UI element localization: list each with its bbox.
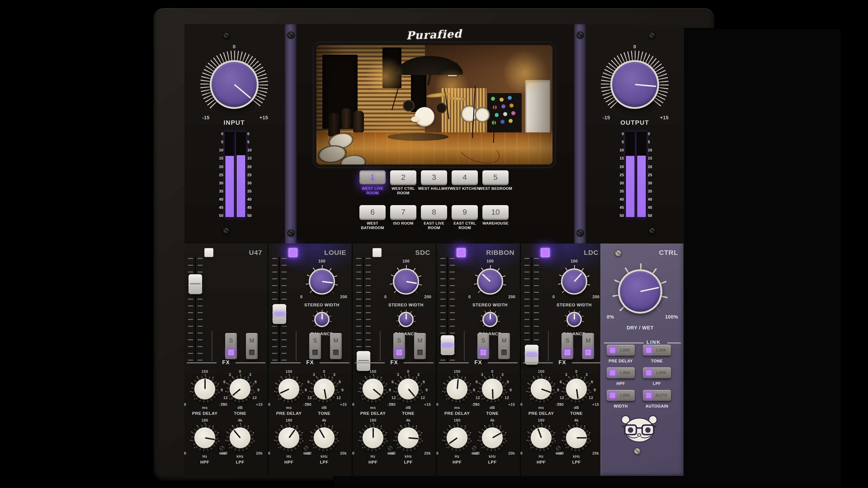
klab: 100 xyxy=(306,259,338,263)
klab: 4k xyxy=(477,418,507,422)
solo-button[interactable]: S xyxy=(309,333,321,359)
mute-button[interactable]: M xyxy=(330,333,342,359)
klab: 9 xyxy=(473,388,475,392)
screw-icon xyxy=(303,445,310,452)
tone-knob[interactable]: 0-15dB+15 33 66 99 1212 TONE xyxy=(225,374,255,404)
solo-button[interactable]: S xyxy=(561,333,573,359)
meter-scale-tick: 25 xyxy=(616,173,624,177)
channel-fader[interactable] xyxy=(440,257,456,364)
channel-enable-led-button[interactable] xyxy=(204,248,213,257)
hpf-knob[interactable]: 1800Hz450 HPF xyxy=(358,423,388,453)
lpf-knob[interactable]: 4k600kHz20k LPF xyxy=(225,423,255,453)
mute-button[interactable]: M xyxy=(414,333,426,359)
room-select-button[interactable]: 9 xyxy=(452,205,478,219)
link-button[interactable]: AUTO xyxy=(643,390,671,401)
pre-delay-knob[interactable]: 1500ms700 PRE DELAY xyxy=(190,374,220,404)
fader-handle[interactable] xyxy=(441,335,454,355)
room-select-button[interactable]: 6 xyxy=(360,205,385,219)
link-text: LINK xyxy=(618,345,633,356)
stereo-width-knob[interactable]: 1000200 xyxy=(558,265,590,298)
pre-delay-knob[interactable]: 1500ms700 PRE DELAY xyxy=(526,374,556,404)
meter-scale-tick: 10 xyxy=(648,149,655,152)
solo-button[interactable]: S xyxy=(477,333,489,359)
meter-scale-tick: 40 xyxy=(247,197,255,201)
stereo-width-knob[interactable]: 1000200 xyxy=(474,265,506,298)
lpf-knob[interactable]: 4k600kHz20k LPF xyxy=(561,423,591,453)
channel-fader[interactable] xyxy=(524,257,540,364)
klab: +15 xyxy=(508,402,515,407)
channel-fader[interactable] xyxy=(188,257,204,364)
link-led-icon xyxy=(610,370,615,376)
room-select-button[interactable]: 8 xyxy=(421,205,447,219)
solo-led-icon xyxy=(480,350,486,355)
input-knob[interactable]: 0 -15 +15 xyxy=(200,51,268,119)
link-button[interactable]: LINK xyxy=(607,367,635,378)
i xyxy=(604,343,644,343)
link-button[interactable]: LINK xyxy=(643,345,671,356)
klab: 9 xyxy=(257,388,259,392)
klab: 180 xyxy=(442,418,472,422)
knob-pointer-icon xyxy=(456,379,459,389)
stereo-width-label: STEREO WIDTH xyxy=(288,302,355,307)
hpf-knob[interactable]: 1800Hz450 HPF xyxy=(442,423,472,453)
output-knob[interactable]: 0 -15 +15 xyxy=(601,51,669,119)
room-select-button[interactable]: 1 xyxy=(360,170,385,184)
balance-knob[interactable] xyxy=(396,310,416,329)
lpf-knob[interactable]: 4k600kHz20k LPF xyxy=(477,423,507,453)
divider-line xyxy=(464,331,465,361)
channel-enable-led-button[interactable] xyxy=(541,248,550,257)
room-select-button[interactable]: 3 xyxy=(421,170,447,184)
link-button[interactable]: LINK xyxy=(607,345,635,356)
lpf-knob[interactable]: 4k600kHz20k LPF xyxy=(309,423,339,453)
knob-pointer-icon xyxy=(232,389,241,396)
room-select-button[interactable]: 10 xyxy=(483,205,508,219)
room-select-button[interactable]: 2 xyxy=(390,170,416,184)
channel-enable-led-button[interactable] xyxy=(373,248,381,257)
mute-button[interactable]: M xyxy=(498,333,510,359)
solo-button[interactable]: S xyxy=(225,333,237,359)
stereo-width-knob[interactable]: 1000200 xyxy=(390,265,422,298)
solo-button[interactable]: S xyxy=(393,333,405,359)
stereo-width-knob[interactable]: 1000200 xyxy=(306,265,338,298)
link-label: TONE xyxy=(643,359,671,363)
klab: 0% xyxy=(607,314,614,320)
solo-led-icon xyxy=(228,350,234,355)
meter-scale-tick: 10 xyxy=(247,149,255,152)
room-select: 8 EAST LIVE ROOM xyxy=(421,205,447,230)
channel-fader[interactable] xyxy=(356,257,372,364)
room-select: 2 WEST CTRL ROOM xyxy=(390,170,416,195)
room-select-button[interactable]: 5 xyxy=(483,170,508,184)
tone-knob[interactable]: 0-15dB+15 33 66 99 1212 TONE xyxy=(393,374,423,404)
link-button[interactable]: LINK xyxy=(607,390,635,401)
hpf-knob[interactable]: 1800Hz450 HPF xyxy=(526,423,556,453)
channel-enable-led-button[interactable] xyxy=(457,248,466,257)
fader-handle[interactable] xyxy=(188,274,202,294)
lpf-knob[interactable]: 4k600kHz20k LPF xyxy=(393,423,423,453)
knob-pointer-icon xyxy=(321,314,322,320)
link-button[interactable]: LINK xyxy=(643,367,671,378)
channel-fader[interactable] xyxy=(272,257,287,364)
mute-button[interactable]: M xyxy=(246,333,258,359)
room-select-button[interactable]: 7 xyxy=(390,205,416,219)
room-select-button[interactable]: 4 xyxy=(452,170,478,184)
channel-enable-led-button[interactable] xyxy=(288,248,298,257)
balance-knob[interactable] xyxy=(564,310,584,329)
stereo-width-label: STEREO WIDTH xyxy=(373,302,439,307)
pre-delay-knob[interactable]: 1500ms700 PRE DELAY xyxy=(274,374,304,404)
balance-knob[interactable] xyxy=(480,310,500,329)
tone-knob[interactable]: 0-15dB+15 33 66 99 1212 TONE xyxy=(477,374,507,404)
k-name: TONE xyxy=(382,411,434,416)
pre-delay-knob[interactable]: 1500ms700 PRE DELAY xyxy=(442,374,472,404)
hpf-knob[interactable]: 1800Hz450 HPF xyxy=(274,423,304,453)
tone-knob[interactable]: 0-15dB+15 33 66 99 1212 TONE xyxy=(309,374,339,404)
mute-button[interactable]: M xyxy=(582,333,594,359)
pre-delay-knob[interactable]: 1500ms700 PRE DELAY xyxy=(358,374,388,404)
sm-letter: S xyxy=(561,337,573,344)
klab: 150 xyxy=(442,369,472,374)
balance-knob[interactable] xyxy=(312,310,332,329)
fader-handle[interactable] xyxy=(273,304,286,324)
hpf-knob[interactable]: 1800Hz450 HPF xyxy=(190,423,220,453)
tone-knob[interactable]: 0-15dB+15 33 66 99 1212 TONE xyxy=(561,374,591,404)
dry-wet-knob[interactable]: 0% 100% xyxy=(612,263,668,320)
klab: 6 xyxy=(475,380,478,384)
